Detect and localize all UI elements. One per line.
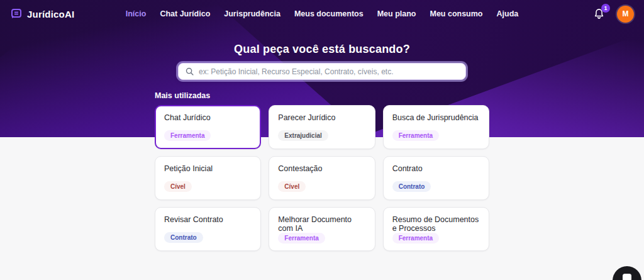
card-title: Revisar Contrato <box>164 215 223 224</box>
search-icon <box>186 67 194 76</box>
nav-item-meu-consumo[interactable]: Meu consumo <box>430 9 482 18</box>
nav-item-jurisprudencia[interactable]: Jurisprudência <box>224 9 280 18</box>
nav-item-chat-juridico[interactable]: Chat Jurídico <box>160 9 210 18</box>
brand-logo[interactable]: JurídicoAI <box>10 8 126 20</box>
card-title: Contrato <box>392 164 423 173</box>
card-badge: Ferramenta <box>392 130 439 141</box>
shortcut-card-revisar-contrato[interactable]: Revisar Contrato Contrato <box>155 207 261 251</box>
notification-count-badge: 1 <box>601 4 610 13</box>
card-badge: Contrato <box>164 232 203 243</box>
shortcut-card-parecer-juridico[interactable]: Parecer Jurídico Extrajudicial <box>269 105 375 149</box>
card-title: Resumo de Documentos e Processos <box>392 215 480 233</box>
nav-item-meus-documentos[interactable]: Meus documentos <box>294 9 364 18</box>
user-avatar[interactable]: M <box>617 6 634 23</box>
card-title: Petição Inicial <box>164 164 213 173</box>
nav-item-ajuda[interactable]: Ajuda <box>497 9 519 18</box>
shortcut-card-contrato[interactable]: Contrato Contrato <box>383 156 489 200</box>
shortcut-card-resumo-de-documentos-e-processos[interactable]: Resumo de Documentos e Processos Ferrame… <box>383 207 489 251</box>
card-badge: Ferramenta <box>392 233 439 244</box>
nav-item-inicio[interactable]: Início <box>126 9 147 18</box>
section-label: Mais utilizadas <box>155 91 489 100</box>
card-badge: Cível <box>164 181 192 192</box>
nav: Início Chat Jurídico Jurisprudência Meus… <box>126 9 519 18</box>
card-title: Melhorar Documento com IA <box>278 215 365 233</box>
card-badge: Ferramenta <box>278 233 325 244</box>
shortcut-card-melhorar-documento-com-ia[interactable]: Melhorar Documento com IA Ferramenta <box>269 207 375 251</box>
card-badge: Ferramenta <box>164 130 211 141</box>
card-title: Parecer Jurídico <box>278 113 335 122</box>
shortcut-card-chat-juridico[interactable]: Chat Jurídico Ferramenta <box>155 105 261 149</box>
card-badge: Contrato <box>392 181 431 192</box>
chat-bubble-icon <box>621 272 633 280</box>
page-title: Qual peça você está buscando? <box>0 43 644 56</box>
cards-grid: Chat Jurídico Ferramenta Parecer Jurídic… <box>155 105 489 251</box>
card-title: Busca de Jurisprudência <box>392 113 479 122</box>
search-box[interactable] <box>178 63 466 80</box>
chat-document-logo-icon <box>10 8 23 20</box>
shortcut-card-peticao-inicial[interactable]: Petição Inicial Cível <box>155 156 261 200</box>
top-navigation-bar: JurídicoAI Início Chat Jurídico Jurispru… <box>0 0 644 28</box>
nav-item-meu-plano[interactable]: Meu plano <box>377 9 416 18</box>
shortcut-card-busca-de-jurisprudencia[interactable]: Busca de Jurisprudência Ferramenta <box>383 105 489 149</box>
card-title: Chat Jurídico <box>164 113 211 122</box>
card-title: Contestação <box>278 164 322 173</box>
chat-widget-button[interactable] <box>613 266 641 280</box>
card-badge: Cível <box>278 181 306 192</box>
brand-name: JurídicoAI <box>27 9 74 20</box>
card-badge: Extrajudicial <box>278 130 328 141</box>
notifications-button[interactable]: 1 <box>593 6 607 21</box>
main-content: Qual peça você está buscando? Mais utili… <box>0 43 644 251</box>
search-input[interactable] <box>199 67 458 76</box>
header-actions: 1 M <box>518 6 634 23</box>
shortcut-card-contestacao[interactable]: Contestação Cível <box>269 156 375 200</box>
